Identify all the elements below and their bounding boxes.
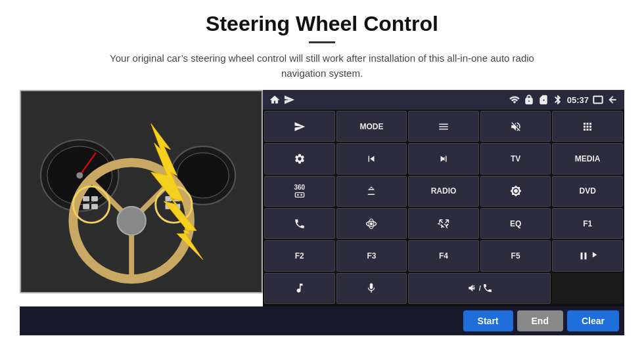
lock-icon — [524, 94, 534, 105]
page-subtitle: Your original car’s steering wheel contr… — [92, 51, 552, 81]
btn-settings[interactable] — [264, 143, 335, 174]
btn-apps[interactable] — [552, 111, 623, 142]
btn-music[interactable] — [264, 273, 335, 304]
btn-eject[interactable] — [336, 176, 407, 207]
title-divider — [309, 41, 335, 43]
btn-phone[interactable] — [264, 208, 335, 239]
btn-next[interactable] — [408, 143, 479, 174]
main-content: 05:37 MODE — [20, 90, 624, 306]
status-bar: 05:37 — [263, 90, 624, 110]
svg-point-28 — [370, 222, 373, 225]
send-icon — [284, 94, 294, 105]
btn-f1[interactable]: F1 — [552, 208, 623, 239]
btn-brightness[interactable] — [480, 176, 551, 207]
button-grid: MODE TV — [263, 110, 624, 306]
btn-vol-phone[interactable]: / — [408, 273, 551, 304]
bottom-action-bar: Start End Clear — [20, 306, 624, 335]
clear-button[interactable]: Clear — [567, 310, 619, 331]
btn-dvd[interactable]: DVD — [552, 176, 623, 207]
radio-panel: 05:37 MODE — [263, 90, 624, 306]
btn-play-pause[interactable] — [552, 240, 623, 271]
svg-rect-18 — [91, 204, 98, 209]
btn-f2[interactable]: F2 — [264, 240, 335, 271]
btn-tv[interactable]: TV — [480, 143, 551, 174]
home-icon — [269, 94, 280, 105]
status-bar-left — [269, 94, 294, 105]
btn-screen-stretch[interactable] — [408, 208, 479, 239]
btn-f3[interactable]: F3 — [336, 240, 407, 271]
svg-rect-16 — [83, 204, 89, 209]
btn-navigate[interactable] — [264, 111, 335, 142]
svg-point-26 — [300, 194, 302, 196]
page-title: Steering Wheel Control — [206, 12, 438, 36]
svg-rect-15 — [83, 196, 89, 201]
svg-point-25 — [297, 194, 299, 196]
btn-empty-1 — [552, 273, 623, 304]
back-icon — [607, 94, 618, 105]
car-image — [20, 90, 263, 293]
btn-360[interactable]: 360 — [264, 176, 335, 207]
start-button[interactable]: Start — [463, 310, 513, 331]
btn-f4[interactable]: F4 — [408, 240, 479, 271]
sim-icon — [538, 94, 549, 105]
btn-mic[interactable] — [336, 273, 407, 304]
btn-mute[interactable] — [480, 111, 551, 142]
btn-eq[interactable]: EQ — [480, 208, 551, 239]
end-button[interactable]: End — [517, 310, 563, 331]
svg-rect-17 — [91, 196, 98, 201]
svg-point-5 — [76, 172, 83, 178]
svg-point-12 — [117, 207, 145, 235]
btn-orbital[interactable] — [336, 208, 407, 239]
wifi-icon — [509, 94, 520, 105]
screen-icon — [593, 94, 603, 105]
bluetooth-icon — [553, 94, 563, 105]
status-bar-right: 05:37 — [509, 94, 618, 105]
btn-list[interactable] — [408, 111, 479, 142]
btn-f5[interactable]: F5 — [480, 240, 551, 271]
svg-rect-24 — [295, 193, 304, 198]
btn-prev[interactable] — [336, 143, 407, 174]
btn-radio[interactable]: RADIO — [408, 176, 479, 207]
btn-media[interactable]: MEDIA — [552, 143, 623, 174]
btn-mode[interactable]: MODE — [336, 111, 407, 142]
time-display: 05:37 — [567, 95, 589, 105]
